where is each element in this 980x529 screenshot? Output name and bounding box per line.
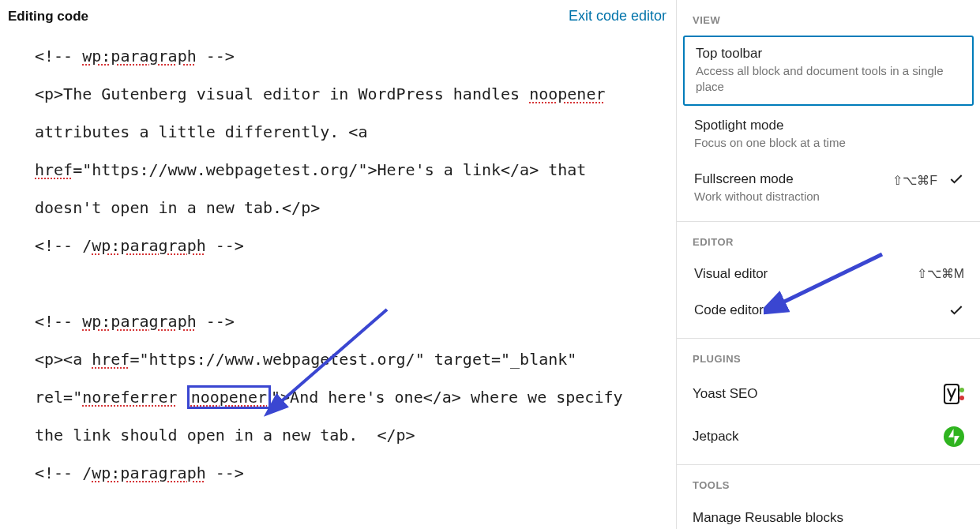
code-text: wp:paragraph — [92, 236, 206, 255]
code-text: <!-- / — [35, 236, 92, 255]
menu-title: Spotlight mode — [694, 118, 964, 133]
jetpack-icon — [944, 426, 964, 447]
menu-desc: Access all block and document tools in a… — [696, 63, 961, 96]
menu-item-spotlight-mode[interactable]: Spotlight mode Focus on one block at a t… — [677, 107, 980, 161]
keyboard-shortcut: ⇧⌥⌘M — [917, 266, 964, 281]
menu-title: Top toolbar — [696, 46, 961, 62]
menu-item-jetpack[interactable]: Jetpack — [677, 415, 980, 458]
code-text: --> — [206, 236, 244, 255]
code-text: wp:paragraph — [92, 463, 206, 482]
code-textarea[interactable]: <!-- wp:paragraph --> <p>The Gutenberg v… — [0, 34, 676, 508]
menu-title: Visual editor — [694, 266, 909, 282]
code-text: noopener — [529, 84, 605, 103]
page-title: Editing code — [8, 9, 88, 24]
menu-title: Code editor — [694, 302, 941, 318]
code-text: --> — [206, 463, 244, 482]
options-sidebar: VIEW Top toolbar Access all block and do… — [677, 0, 980, 529]
code-text: <!-- — [35, 312, 82, 331]
svg-rect-2 — [944, 385, 959, 403]
noopener-highlight-box: noopener — [187, 385, 271, 409]
keyboard-shortcut: ⇧⌥⌘F — [892, 173, 937, 188]
menu-title: Fullscreen mode — [694, 171, 884, 187]
menu-desc: Work without distraction — [694, 189, 884, 204]
section-label-tools: TOOLS — [677, 465, 980, 499]
menu-desc: Focus on one block at a time — [694, 135, 964, 151]
menu-item-fullscreen-mode[interactable]: Fullscreen mode Work without distraction… — [677, 161, 980, 215]
code-text: <p><a — [35, 350, 92, 369]
editor-main-panel: Editing code Exit code editor <!-- wp:pa… — [0, 0, 677, 529]
code-text: ="https://www.webpagetest.org/">Here's a… — [35, 160, 595, 217]
editor-toolbar: Editing code Exit code editor — [0, 0, 676, 34]
check-icon — [948, 171, 964, 190]
code-text: noreferrer — [82, 388, 177, 407]
menu-title: Yoast SEO — [693, 386, 758, 402]
menu-item-yoast-seo[interactable]: Yoast SEO — [677, 373, 980, 415]
menu-item-manage-reusable-blocks[interactable]: Manage Reusable blocks — [677, 499, 980, 529]
code-text: --> — [197, 47, 235, 66]
svg-point-4 — [959, 396, 964, 400]
section-label-plugins: PLUGINS — [677, 339, 980, 373]
code-text: noopener — [191, 388, 267, 407]
svg-point-5 — [944, 426, 964, 447]
section-label-editor: EDITOR — [677, 222, 980, 256]
menu-item-code-editor[interactable]: Code editor — [677, 292, 980, 332]
code-text: <!-- / — [35, 463, 92, 482]
svg-point-3 — [959, 388, 964, 392]
code-text: href — [35, 160, 73, 179]
code-text: <p>The Gutenberg visual editor in WordPr… — [35, 84, 529, 103]
code-text — [178, 388, 187, 407]
yoast-icon — [944, 384, 964, 404]
code-text: --> — [197, 312, 235, 331]
exit-code-editor-link[interactable]: Exit code editor — [569, 8, 666, 24]
menu-item-top-toolbar[interactable]: Top toolbar Access all block and documen… — [683, 36, 974, 106]
menu-item-visual-editor[interactable]: Visual editor ⇧⌥⌘M — [677, 256, 980, 292]
code-text: wp:paragraph — [82, 312, 197, 331]
code-text: wp:paragraph — [82, 47, 197, 66]
code-text: <!-- — [35, 47, 82, 66]
menu-title: Manage Reusable blocks — [693, 510, 843, 526]
section-label-view: VIEW — [677, 0, 980, 34]
check-icon — [948, 302, 964, 321]
code-text: href — [92, 350, 130, 369]
menu-title: Jetpack — [693, 429, 739, 445]
